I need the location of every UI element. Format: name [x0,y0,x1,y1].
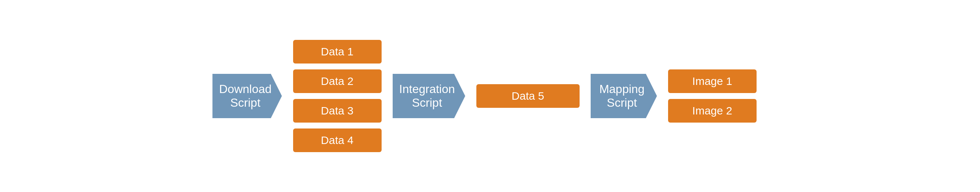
data-group-1: Data 1 Data 2 Data 3 Data 4 [293,40,382,152]
download-script-label: Download Script [219,82,271,110]
data-group-3: Image 1 Image 2 [668,69,757,123]
mapping-script-label: Mapping Script [599,82,644,110]
data-node-3: Data 3 [293,99,382,123]
data-node-image-1: Image 1 [668,69,757,93]
data-node-image-2: Image 2 [668,99,757,123]
integration-script-label: Integration Script [399,82,455,110]
data-node-1: Data 1 [293,40,382,64]
pipeline-diagram: Download Script Data 1 Data 2 Data 3 Dat… [212,40,768,152]
data-node-2: Data 2 [293,69,382,93]
download-script-node: Download Script [212,74,282,118]
data-node-4: Data 4 [293,128,382,152]
mapping-script-node: Mapping Script [591,74,657,118]
data-node-5: Data 5 [476,84,580,108]
integration-script-node: Integration Script [393,74,465,118]
data-group-2: Data 5 [476,84,580,108]
